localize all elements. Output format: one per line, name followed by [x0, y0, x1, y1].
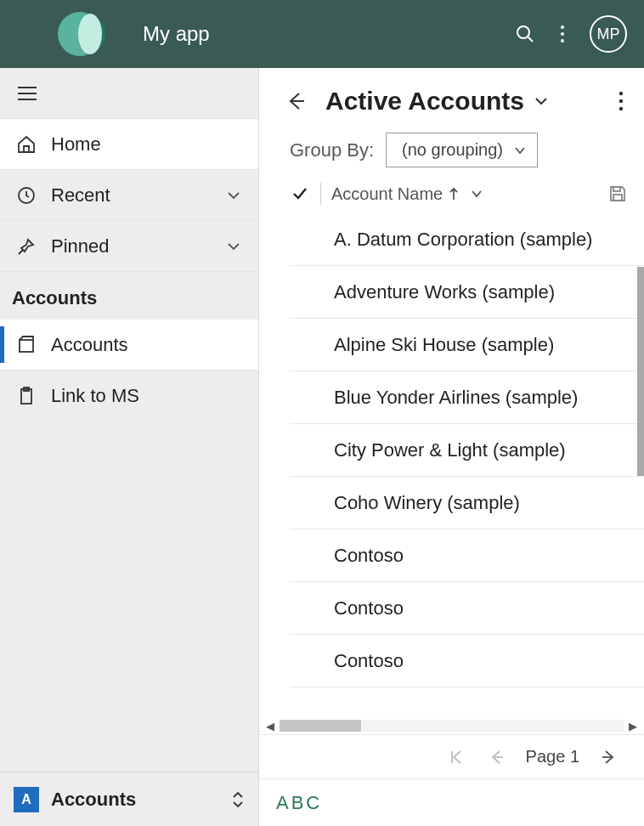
- record-row[interactable]: Blue Yonder Airlines (sample): [290, 371, 644, 424]
- pin-icon: [15, 235, 37, 257]
- page-label: Page 1: [526, 747, 579, 767]
- nav-label: Accounts: [51, 334, 128, 356]
- hamburger-button[interactable]: [0, 68, 258, 119]
- view-title[interactable]: Active Accounts: [325, 87, 524, 116]
- svg-rect-12: [20, 340, 33, 352]
- nav-recent[interactable]: Recent: [0, 170, 258, 221]
- svg-line-3: [528, 37, 533, 42]
- sort-ascending-icon[interactable]: [448, 186, 460, 201]
- main-pane: Active Accounts Group By: (no grouping): [259, 68, 644, 826]
- accounts-icon: [15, 334, 37, 356]
- up-down-icon: [231, 791, 245, 808]
- app-header: My app MP: [0, 0, 644, 68]
- view-header: Active Accounts: [259, 68, 644, 127]
- home-icon: [15, 133, 37, 156]
- svg-point-5: [561, 32, 564, 36]
- back-button[interactable]: [281, 87, 310, 116]
- nav-label: Link to MS: [51, 385, 139, 407]
- app-title: My app: [143, 22, 210, 46]
- prev-page-button[interactable]: [489, 749, 506, 766]
- nav-section-header: Accounts: [0, 272, 258, 320]
- svg-rect-20: [613, 195, 622, 201]
- nav-home[interactable]: Home: [0, 119, 258, 170]
- pager: Page 1: [259, 734, 644, 778]
- chevron-down-icon: [226, 239, 241, 254]
- vertical-scrollbar-thumb[interactable]: [637, 267, 644, 476]
- select-all-checkbox[interactable]: [291, 185, 308, 202]
- alpha-jumpbar[interactable]: ABC: [259, 778, 644, 826]
- svg-point-17: [619, 99, 623, 103]
- area-label: Accounts: [51, 789, 231, 811]
- nav-label: Home: [51, 133, 101, 156]
- record-row[interactable]: Contoso: [290, 582, 644, 635]
- record-row[interactable]: City Power & Light (sample): [290, 424, 644, 477]
- column-header-row: Account Name: [259, 179, 644, 213]
- sidebar: Home Recent Pinned Accounts A: [0, 68, 259, 826]
- svg-point-1: [78, 14, 102, 54]
- nav-link-to-ms[interactable]: Link to MS: [0, 371, 258, 421]
- nav-label: Pinned: [51, 235, 110, 257]
- scrollbar-track[interactable]: [280, 720, 624, 732]
- group-by-label: Group By:: [290, 139, 374, 161]
- chevron-down-icon: [226, 188, 241, 203]
- clock-icon: [15, 184, 37, 206]
- user-avatar[interactable]: MP: [590, 15, 627, 53]
- nav-label: Recent: [51, 184, 110, 206]
- column-menu-button[interactable]: [470, 187, 483, 201]
- svg-point-18: [619, 107, 623, 110]
- group-by-select[interactable]: (no grouping): [386, 133, 538, 167]
- app-logo: [56, 7, 110, 61]
- record-row[interactable]: A. Datum Corporation (sample): [290, 213, 644, 266]
- record-list: A. Datum Corporation (sample)Adventure W…: [290, 213, 644, 717]
- view-more-button[interactable]: [613, 90, 629, 112]
- record-row[interactable]: Alpine Ski House (sample): [290, 319, 644, 371]
- svg-line-11: [19, 250, 23, 254]
- nav-accounts[interactable]: Accounts: [0, 320, 258, 371]
- clipboard-icon: [15, 385, 37, 407]
- save-icon[interactable]: [608, 184, 627, 203]
- chevron-down-icon: [513, 144, 527, 157]
- search-button[interactable]: [506, 15, 544, 53]
- group-by-row: Group By: (no grouping): [259, 127, 644, 179]
- area-switcher[interactable]: A Accounts: [0, 772, 258, 826]
- view-selector-chevron[interactable]: [533, 93, 550, 110]
- nav-pinned[interactable]: Pinned: [0, 221, 258, 272]
- record-row[interactable]: Adventure Works (sample): [290, 266, 644, 319]
- jumpbar-text: ABC: [276, 792, 322, 814]
- column-header-account-name[interactable]: Account Name: [331, 184, 443, 204]
- svg-point-6: [561, 39, 564, 42]
- group-by-value: (no grouping): [402, 140, 503, 159]
- divider: [320, 183, 321, 205]
- scroll-right-button[interactable]: ▶: [627, 720, 639, 732]
- scroll-left-button[interactable]: ◀: [264, 720, 276, 732]
- scrollbar-thumb[interactable]: [280, 720, 361, 732]
- record-row[interactable]: Coho Winery (sample): [290, 477, 644, 529]
- svg-point-2: [517, 26, 529, 38]
- record-row[interactable]: Contoso: [290, 635, 644, 687]
- svg-point-16: [619, 92, 623, 95]
- header-more-button[interactable]: [544, 15, 581, 53]
- record-row[interactable]: Contoso: [290, 529, 644, 582]
- next-page-button[interactable]: [600, 749, 617, 766]
- horizontal-scrollbar: ◀ ▶: [259, 717, 644, 734]
- first-page-button[interactable]: [448, 749, 465, 766]
- svg-rect-19: [613, 187, 620, 191]
- area-badge: A: [14, 787, 39, 812]
- svg-point-4: [561, 25, 564, 29]
